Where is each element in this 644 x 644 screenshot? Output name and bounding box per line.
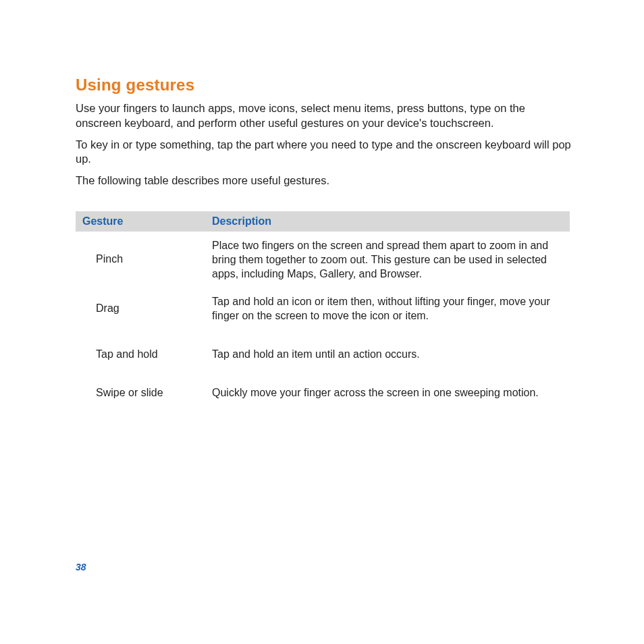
description-cell: Quickly move your finger across the scre… — [212, 385, 570, 400]
intro-paragraph-1: Use your fingers to launch apps, move ic… — [76, 101, 571, 131]
gesture-table: Gesture Description Pinch Place two fing… — [76, 211, 570, 407]
intro-paragraph-3: The following table describes more usefu… — [76, 173, 571, 188]
page-number: 38 — [76, 562, 86, 572]
document-page: Using gestures Use your fingers to launc… — [0, 0, 644, 407]
description-cell: Tap and hold an item until an action occ… — [212, 347, 570, 361]
table-header-row: Gesture Description — [76, 211, 570, 232]
table-row: Tap and hold Tap and hold an item until … — [76, 329, 570, 379]
table-header-description: Description — [212, 215, 570, 227]
description-cell: Place two fingers on the screen and spre… — [212, 238, 570, 281]
description-cell: Tap and hold an icon or item then, witho… — [212, 294, 570, 323]
table-row: Pinch Place two fingers on the screen an… — [76, 232, 570, 288]
gesture-cell: Swipe or slide — [82, 387, 212, 399]
table-row: Swipe or slide Quickly move your finger … — [76, 379, 570, 406]
intro-paragraph-2: To key in or type something, tap the par… — [76, 138, 571, 167]
table-row: Drag Tap and hold an icon or item then, … — [76, 288, 570, 329]
gesture-cell: Drag — [82, 302, 212, 315]
section-title: Using gestures — [76, 76, 571, 95]
table-header-gesture: Gesture — [82, 215, 212, 227]
gesture-cell: Tap and hold — [82, 348, 212, 360]
gesture-cell: Pinch — [82, 253, 212, 265]
